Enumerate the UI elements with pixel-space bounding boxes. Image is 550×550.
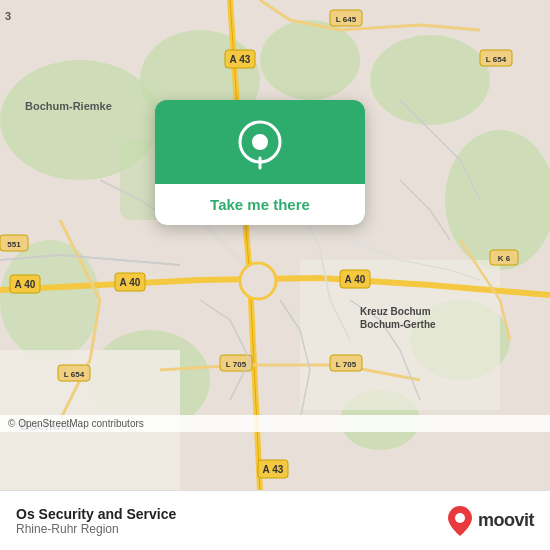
- svg-point-3: [260, 20, 360, 100]
- svg-text:K 6: K 6: [498, 254, 511, 263]
- svg-text:A 43: A 43: [230, 54, 251, 65]
- location-pin-icon: [234, 120, 286, 172]
- place-name: Os Security and Service: [16, 506, 434, 522]
- svg-text:A 40: A 40: [345, 274, 366, 285]
- svg-text:L 645: L 645: [336, 15, 357, 24]
- moovit-logo: moovit: [446, 504, 534, 538]
- bottom-bar: Os Security and Service Rhine-Ruhr Regio…: [0, 490, 550, 550]
- svg-text:A 43: A 43: [263, 464, 284, 475]
- svg-text:551: 551: [7, 240, 21, 249]
- moovit-pin-icon: [446, 504, 474, 538]
- svg-text:A 40: A 40: [120, 277, 141, 288]
- svg-text:L 654: L 654: [486, 55, 507, 64]
- navigation-card: Take me there: [155, 100, 365, 225]
- svg-point-47: [455, 513, 465, 523]
- svg-text:L 705: L 705: [336, 360, 357, 369]
- svg-point-4: [370, 35, 490, 125]
- svg-text:Bochum-Riemke: Bochum-Riemke: [25, 100, 112, 112]
- svg-text:L 654: L 654: [64, 370, 85, 379]
- svg-text:Kreuz Bochum: Kreuz Bochum: [360, 306, 431, 317]
- place-info: Os Security and Service Rhine-Ruhr Regio…: [16, 506, 434, 536]
- svg-point-46: [252, 134, 268, 150]
- place-region: Rhine-Ruhr Region: [16, 522, 434, 536]
- svg-text:A 40: A 40: [15, 279, 36, 290]
- svg-point-5: [445, 130, 550, 270]
- svg-text:Bochum-Gerthe: Bochum-Gerthe: [360, 319, 436, 330]
- take-me-there-button[interactable]: Take me there: [155, 184, 365, 225]
- svg-text:3: 3: [5, 10, 11, 22]
- map-attribution: © OpenStreetMap contributors: [0, 415, 550, 432]
- svg-point-40: [240, 263, 276, 299]
- moovit-label: moovit: [478, 510, 534, 531]
- map-container: A 43 A 43 A 43 A 40 A 40 A 40 L 645 L 65…: [0, 0, 550, 490]
- svg-text:L 705: L 705: [226, 360, 247, 369]
